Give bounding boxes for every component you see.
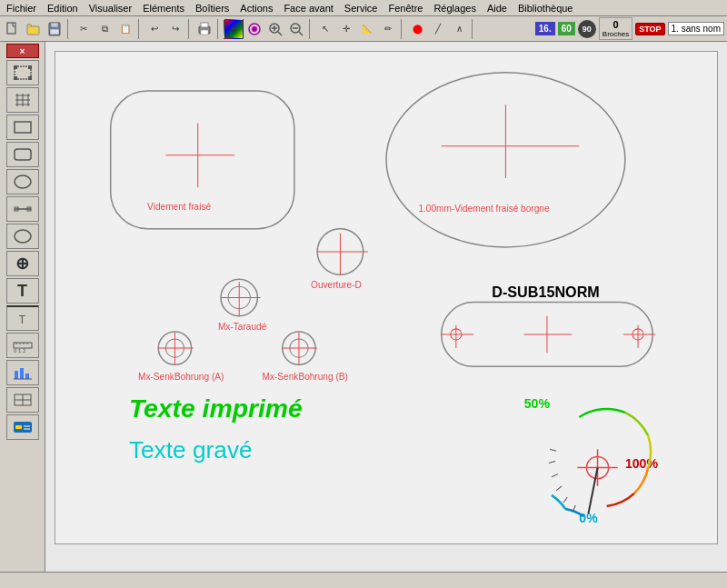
lt-circle2[interactable] bbox=[6, 224, 39, 249]
tb-undo[interactable]: ↩ bbox=[144, 19, 164, 39]
lt-text[interactable]: T bbox=[6, 278, 39, 304]
gauge-100-label: 100% bbox=[625, 456, 659, 471]
svg-rect-1 bbox=[27, 26, 39, 35]
svg-point-9 bbox=[252, 26, 257, 32]
menubar: Fichier Edition Visualiser Eléments Boît… bbox=[0, 0, 727, 16]
tb-color2[interactable] bbox=[244, 19, 264, 39]
tb-sep6 bbox=[401, 19, 404, 39]
menu-fenetre[interactable]: Fenêtre bbox=[384, 2, 428, 15]
lt-card[interactable] bbox=[6, 414, 39, 440]
menu-face-avant[interactable]: Face avant bbox=[279, 2, 337, 15]
menu-visualiser[interactable]: Visualiser bbox=[85, 2, 137, 15]
tb-open[interactable] bbox=[24, 19, 44, 39]
tb-move[interactable]: ✛ bbox=[336, 19, 356, 39]
svg-rect-7 bbox=[201, 30, 208, 35]
svg-point-34 bbox=[15, 230, 31, 243]
svg-rect-21 bbox=[28, 76, 32, 80]
lt-rect[interactable] bbox=[6, 115, 39, 140]
svg-line-85 bbox=[556, 486, 562, 491]
shape7-label: D-SUB15NORM bbox=[492, 284, 600, 301]
shape1-label: Videment fraisé bbox=[147, 202, 211, 212]
menu-reglages[interactable]: Réglages bbox=[429, 2, 480, 15]
tb-copy[interactable]: ⧉ bbox=[95, 19, 115, 39]
tb-save[interactable] bbox=[45, 19, 65, 39]
tb-sep1 bbox=[67, 19, 71, 39]
lt-chart[interactable] bbox=[6, 360, 39, 385]
lt-ruler[interactable]: 0 1 2 bbox=[6, 333, 39, 358]
svg-point-30 bbox=[15, 175, 31, 188]
svg-text:0 1 2: 0 1 2 bbox=[14, 348, 26, 354]
broches-label: Broches bbox=[603, 30, 629, 38]
svg-line-15 bbox=[299, 32, 303, 35]
svg-line-83 bbox=[549, 461, 555, 463]
svg-line-11 bbox=[278, 32, 282, 35]
shape4-label: Mx-Taraudé bbox=[218, 322, 267, 332]
main-svg: Videment fraisé 1.00mm-Videment fraisé b… bbox=[55, 52, 717, 543]
svg-line-86 bbox=[563, 497, 567, 503]
svg-rect-18 bbox=[14, 65, 17, 69]
tb-project-dropdown[interactable]: 1. sans nom bbox=[668, 22, 724, 35]
tb-cut[interactable]: ✂ bbox=[74, 19, 94, 39]
menu-boitiers[interactable]: Boîtiers bbox=[191, 2, 234, 15]
stop-button[interactable]: STOP bbox=[635, 23, 664, 35]
tb-sep5 bbox=[309, 19, 313, 39]
canvas-area[interactable]: Videment fraisé 1.00mm-Videment fraisé b… bbox=[45, 42, 727, 572]
tb-print[interactable] bbox=[194, 19, 214, 39]
lt-text2[interactable]: T bbox=[6, 305, 39, 331]
close-button[interactable]: × bbox=[6, 44, 39, 58]
svg-rect-3 bbox=[51, 23, 58, 27]
menu-service[interactable]: Service bbox=[340, 2, 383, 15]
lt-rect2[interactable] bbox=[6, 142, 39, 167]
shape2-label: 1.00mm-Videment fraisé borgne bbox=[418, 204, 550, 214]
tb-badge-blue: 16. bbox=[535, 22, 555, 35]
svg-rect-29 bbox=[15, 149, 31, 160]
text1-label: Texte imprimé bbox=[129, 394, 303, 423]
svg-rect-6 bbox=[201, 23, 208, 27]
menu-aide[interactable]: Aide bbox=[483, 2, 512, 15]
lt-line-tool[interactable] bbox=[6, 196, 39, 222]
toolbar: ✂ ⧉ 📋 ↩ ↪ ■ ↖ ✛ 📐 ✏ ⬤ ╱ ∧ 16. 60 90 0 Br… bbox=[0, 16, 727, 42]
tb-arrow[interactable]: ↖ bbox=[315, 19, 335, 39]
tb-draw[interactable]: ✏ bbox=[378, 19, 398, 39]
drawing-canvas: Videment fraisé 1.00mm-Videment fraisé b… bbox=[55, 51, 718, 544]
lt-circle[interactable] bbox=[6, 169, 39, 194]
svg-rect-4 bbox=[50, 29, 59, 35]
main-area: × ⊕ T T 0 1 2 bbox=[0, 42, 727, 572]
text2-label: Texte gravé bbox=[129, 436, 253, 463]
lt-grid2[interactable] bbox=[6, 387, 39, 413]
tb-badge-green: 60 bbox=[558, 22, 575, 35]
svg-rect-43 bbox=[25, 374, 29, 379]
lt-select-rect[interactable] bbox=[6, 60, 39, 85]
tb-badge-dark: 90 bbox=[578, 20, 596, 38]
shape3-label: Ouverture-D bbox=[311, 280, 362, 290]
tb-measure[interactable]: 📐 bbox=[357, 19, 377, 39]
statusbar bbox=[0, 572, 727, 588]
menu-fichier[interactable]: Fichier bbox=[2, 2, 41, 15]
tb-polyline[interactable]: ∧ bbox=[449, 19, 469, 39]
tb-sep2 bbox=[138, 19, 142, 39]
left-toolbar: × ⊕ T T 0 1 2 bbox=[0, 42, 45, 572]
shape6-label: Mx-SenkBohrung (B) bbox=[263, 373, 348, 383]
tb-zoom-in[interactable] bbox=[265, 19, 285, 39]
tb-sep7 bbox=[472, 19, 475, 39]
tb-redo[interactable]: ↪ bbox=[165, 19, 185, 39]
svg-rect-42 bbox=[20, 368, 24, 379]
tb-red1[interactable]: ⬤ bbox=[407, 19, 427, 39]
menu-edition[interactable]: Edition bbox=[43, 2, 83, 15]
menu-bibliotheque[interactable]: Bibliothèque bbox=[513, 2, 578, 15]
tb-paste[interactable]: 📋 bbox=[115, 19, 135, 39]
svg-rect-28 bbox=[15, 122, 31, 133]
svg-rect-49 bbox=[15, 425, 22, 429]
shape5-label: Mx-SenkBohrung (A) bbox=[138, 373, 224, 383]
tb-line[interactable]: ╱ bbox=[428, 19, 448, 39]
svg-line-84 bbox=[552, 474, 558, 477]
lt-grid[interactable] bbox=[6, 87, 39, 113]
svg-rect-19 bbox=[28, 65, 32, 69]
tb-broches: 0 Broches bbox=[599, 17, 632, 40]
menu-actions[interactable]: Actions bbox=[235, 2, 277, 15]
tb-color1[interactable]: ■ bbox=[224, 19, 244, 39]
tb-zoom-out[interactable] bbox=[286, 19, 306, 39]
menu-elements[interactable]: Eléments bbox=[138, 2, 189, 15]
tb-new[interactable] bbox=[3, 19, 23, 39]
lt-target[interactable]: ⊕ bbox=[6, 251, 39, 276]
